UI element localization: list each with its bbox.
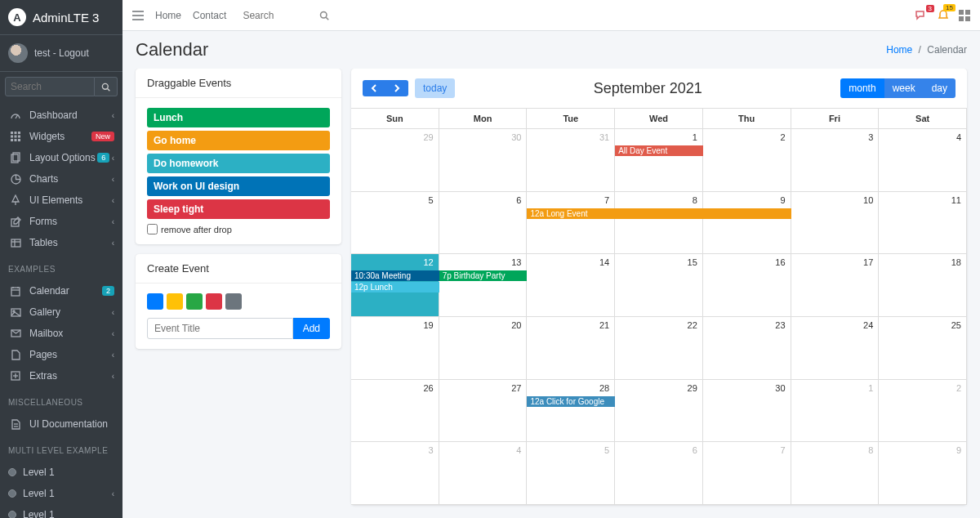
calendar-cell[interactable]: 1 xyxy=(615,129,703,192)
calendar-cell[interactable]: 31 xyxy=(527,129,615,192)
event-long[interactable]: 12a Long Event xyxy=(527,208,791,219)
calendar-cell[interactable]: 9 xyxy=(879,442,967,505)
event-birthday[interactable]: 7p Birthday Party xyxy=(439,270,528,281)
breadcrumb-current: Calendar xyxy=(927,44,967,56)
add-event-button[interactable]: Add xyxy=(293,318,330,339)
sidebar-item-layout-options[interactable]: Layout Options6‹ xyxy=(0,147,122,168)
calendar-cell[interactable]: 25 xyxy=(879,317,967,380)
day-number: 3 xyxy=(868,132,873,142)
calendar-cell[interactable]: 5 xyxy=(351,192,439,255)
calendar-cell[interactable]: 28 xyxy=(527,380,615,443)
calendar-cell[interactable]: 7 xyxy=(703,442,791,505)
draggable-event[interactable]: Work on UI design xyxy=(147,176,330,196)
comments-icon[interactable]: 3 xyxy=(915,10,928,21)
calendar-cell[interactable]: 17 xyxy=(791,254,880,317)
event-lunch[interactable]: 12p Lunch xyxy=(351,282,439,292)
calendar-cell[interactable]: 30 xyxy=(439,129,528,192)
sidebar-item-level-1[interactable]: Level 1 xyxy=(0,462,122,483)
day-number: 15 xyxy=(688,257,697,267)
draggable-event[interactable]: Go home xyxy=(147,131,330,150)
topnav-contact[interactable]: Contact xyxy=(193,10,226,21)
sidebar-item-calendar[interactable]: Calendar2 xyxy=(0,280,122,301)
grid-icon[interactable] xyxy=(959,10,970,21)
calendar-cell[interactable]: 14 xyxy=(527,254,615,317)
cal-view-month[interactable]: month xyxy=(840,78,884,98)
color-swatch[interactable] xyxy=(147,293,163,310)
search-icon[interactable] xyxy=(319,11,329,20)
calendar-cell[interactable]: 10 xyxy=(791,192,880,255)
sidebar-item-charts[interactable]: Charts‹ xyxy=(0,168,122,190)
sidebar-item-level-1[interactable]: Level 1‹ xyxy=(0,483,122,504)
top-search-input[interactable] xyxy=(238,7,319,25)
calendar-cell[interactable]: 18 xyxy=(879,254,967,317)
color-swatch[interactable] xyxy=(206,293,222,310)
user-link[interactable]: test - Logout xyxy=(34,47,89,59)
calendar-cell[interactable]: 19 xyxy=(351,317,439,380)
calendar-cell[interactable]: 16 xyxy=(703,254,791,317)
calendar-cell[interactable]: 6 xyxy=(615,442,703,505)
sidebar-item-extras[interactable]: Extras‹ xyxy=(0,365,122,386)
calendar-cell[interactable]: 8 xyxy=(791,442,880,505)
event-google[interactable]: 12a Click for Google xyxy=(527,396,615,407)
draggable-event[interactable]: Do homework xyxy=(147,154,330,173)
sidebar-item-forms[interactable]: Forms‹ xyxy=(0,211,122,232)
calendar-cell[interactable]: 30 xyxy=(703,380,791,443)
draggable-event[interactable]: Lunch xyxy=(147,108,330,127)
calendar-cell[interactable]: 2 xyxy=(703,129,791,192)
sidebar-item-dashboard[interactable]: Dashboard‹ xyxy=(0,105,122,126)
cal-view-day[interactable]: day xyxy=(924,78,956,98)
calendar-cell[interactable]: 4 xyxy=(439,442,528,505)
color-swatch[interactable] xyxy=(167,293,183,310)
event-meeting[interactable]: 10:30a Meeting xyxy=(351,270,439,281)
topnav-home[interactable]: Home xyxy=(155,10,181,21)
sidebar-item-ui-documentation[interactable]: UI Documentation xyxy=(0,413,122,435)
breadcrumb-home[interactable]: Home xyxy=(886,44,912,56)
calendar-cell[interactable]: 21 xyxy=(527,317,615,380)
calendar-cell[interactable]: 7 xyxy=(527,192,615,255)
color-swatch[interactable] xyxy=(225,293,242,310)
sidebar-item-ui-elements[interactable]: UI Elements‹ xyxy=(0,190,122,211)
remove-after-drop-checkbox[interactable] xyxy=(147,224,158,234)
cal-today-button[interactable]: today xyxy=(415,78,455,98)
sidebar-search-button[interactable] xyxy=(95,77,118,96)
calendar-cell[interactable]: 11 xyxy=(879,192,967,255)
sidebar-item-level-1[interactable]: Level 1 xyxy=(0,504,122,518)
menu-toggle-icon[interactable] xyxy=(132,11,144,20)
calendar-cell[interactable]: 24 xyxy=(791,317,880,380)
calendar-cell[interactable]: 5 xyxy=(527,442,615,505)
event-title-input[interactable] xyxy=(147,318,293,339)
calendar-cell[interactable]: 27 xyxy=(439,380,528,443)
sidebar-item-widgets[interactable]: WidgetsNew xyxy=(0,126,122,147)
sidebar-item-tables[interactable]: Tables‹ xyxy=(0,232,122,253)
calendar-cell[interactable]: 13 xyxy=(439,254,528,317)
color-swatch[interactable] xyxy=(186,293,203,310)
calendar-cell[interactable]: 3 xyxy=(351,442,439,505)
cal-view-week[interactable]: week xyxy=(884,78,924,98)
calendar-cell[interactable]: 22 xyxy=(615,317,703,380)
calendar-cell[interactable]: 3 xyxy=(791,129,880,192)
calendar-cell[interactable]: 23 xyxy=(703,317,791,380)
sidebar-item-pages[interactable]: Pages‹ xyxy=(0,344,122,365)
calendar-cell[interactable]: 20 xyxy=(439,317,528,380)
calendar-cell[interactable]: 29 xyxy=(351,129,439,192)
calendar-cell[interactable]: 2 xyxy=(879,380,967,443)
brand[interactable]: A AdminLTE 3 xyxy=(0,0,122,35)
calendar-cell[interactable]: 6 xyxy=(439,192,528,255)
calendar-cell[interactable]: 1 xyxy=(791,380,880,443)
sidebar-item-gallery[interactable]: Gallery‹ xyxy=(0,301,122,323)
event-all-day[interactable]: All Day Event xyxy=(615,145,703,156)
calendar-cell[interactable]: 8 xyxy=(615,192,703,255)
draggable-event[interactable]: Sleep tight xyxy=(147,199,330,219)
remove-after-drop[interactable]: remove after drop xyxy=(147,224,330,234)
sidebar-search-input[interactable] xyxy=(5,77,95,96)
cal-prev-button[interactable] xyxy=(363,80,385,96)
calendar-cell[interactable]: 29 xyxy=(615,380,703,443)
sidebar-item-mailbox[interactable]: Mailbox‹ xyxy=(0,323,122,344)
day-number: 5 xyxy=(429,195,434,205)
calendar-cell[interactable]: 4 xyxy=(879,129,967,192)
cal-next-button[interactable] xyxy=(385,80,408,96)
calendar-cell[interactable]: 26 xyxy=(351,380,439,443)
bell-icon[interactable]: 15 xyxy=(938,9,949,22)
calendar-cell[interactable]: 9 xyxy=(703,192,791,255)
calendar-cell[interactable]: 15 xyxy=(615,254,703,317)
